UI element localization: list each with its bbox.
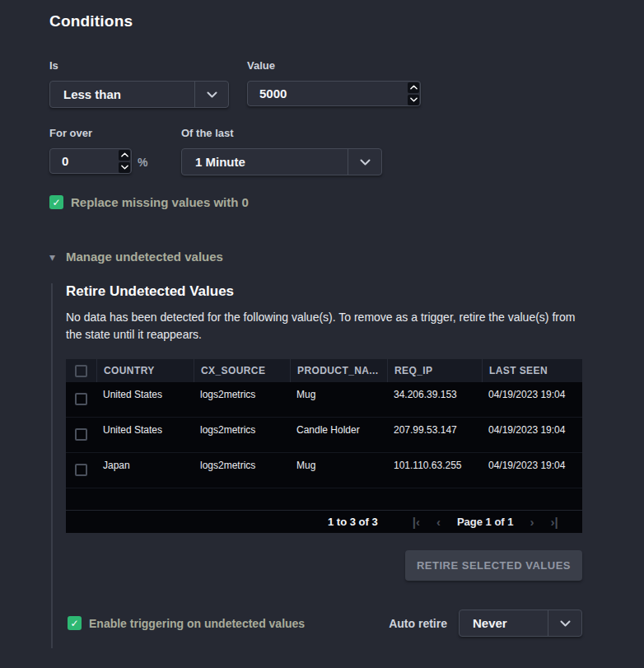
table-footer: 1 to 3 of 3 |‹ ‹ Page 1 of 1 › ›| — [66, 510, 582, 533]
condition-row-1: Is Less than Value — [49, 59, 644, 108]
increment-icon[interactable] — [119, 150, 130, 161]
prev-page-icon[interactable]: ‹ — [436, 516, 441, 528]
replace-missing-checkbox[interactable]: ✓ — [49, 195, 63, 209]
next-page-icon[interactable]: › — [530, 516, 534, 528]
value-label: Value — [247, 59, 421, 72]
row-checkbox-cell — [66, 382, 96, 405]
table-header: COUNTRY CX_SOURCE PRODUCT_NA... REQ_IP L… — [66, 359, 582, 382]
enable-trigger-row: ✓ Enable triggering on undetected values — [68, 616, 305, 630]
page-title: Conditions — [49, 12, 644, 30]
cell-req-ip: 34.206.39.153 — [387, 382, 482, 400]
cell-country: United States — [96, 382, 194, 400]
cell-product-name: Mug — [290, 453, 387, 471]
row-checkbox-cell — [66, 453, 96, 476]
increment-icon[interactable] — [408, 82, 419, 93]
bottom-options-row: ✓ Enable triggering on undetected values… — [66, 610, 582, 637]
cell-country: United States — [96, 418, 194, 436]
row-checkbox[interactable] — [75, 464, 87, 476]
condition-row-2: For over % Of the last 1 Minute — [49, 127, 644, 175]
of-the-last-field: Of the last 1 Minute — [181, 127, 382, 175]
replace-missing-label: Replace missing values with 0 — [71, 195, 249, 209]
column-header-req-ip[interactable]: REQ_IP — [387, 359, 482, 382]
auto-retire-dropdown[interactable]: Never — [459, 610, 582, 637]
manage-undetected-label: Manage undetected values — [66, 250, 223, 264]
cell-product-name: Candle Holder — [290, 418, 387, 436]
for-over-input[interactable] — [50, 149, 119, 173]
page-indicator: Page 1 of 1 — [457, 516, 514, 528]
auto-retire-dropdown-value: Never — [460, 616, 507, 630]
column-header-cx-source[interactable]: CX_SOURCE — [194, 359, 290, 382]
select-all-cell — [66, 365, 96, 377]
undetected-values-table: COUNTRY CX_SOURCE PRODUCT_NA... REQ_IP L… — [66, 359, 582, 533]
for-over-spinner — [119, 149, 131, 173]
cell-last-seen: 04/19/2023 19:04 — [482, 453, 582, 471]
chevron-down-icon — [548, 610, 581, 636]
retire-description: No data has been detected for the follow… — [66, 309, 582, 343]
value-spinbox — [247, 81, 421, 106]
cell-last-seen: 04/19/2023 19:04 — [482, 418, 582, 436]
of-the-last-dropdown[interactable]: 1 Minute — [181, 148, 382, 175]
row-range-text: 1 to 3 of 3 — [328, 516, 378, 528]
retire-selected-values-button[interactable]: RETIRE SELECTED VALUES — [405, 550, 582, 581]
first-page-icon[interactable]: |‹ — [413, 516, 420, 528]
is-dropdown[interactable]: Less than — [49, 81, 229, 108]
for-over-field: For over % — [49, 127, 152, 174]
row-checkbox[interactable] — [75, 428, 87, 441]
table-body: United States logs2metrics Mug 34.206.39… — [66, 382, 582, 510]
decrement-icon[interactable] — [119, 162, 130, 173]
of-the-last-dropdown-value: 1 Minute — [182, 155, 245, 169]
auto-retire-group: Auto retire Never — [389, 610, 582, 637]
value-input[interactable] — [248, 82, 408, 105]
auto-retire-label: Auto retire — [389, 617, 447, 630]
for-over-spinbox — [49, 148, 132, 174]
percent-label: % — [138, 156, 147, 169]
cell-cx-source: logs2metrics — [194, 453, 290, 471]
row-checkbox-cell — [66, 418, 96, 441]
manage-undetected-toggle[interactable]: ▾ Manage undetected values — [49, 250, 644, 264]
table-row[interactable]: Japan logs2metrics Mug 101.110.63.255 04… — [66, 453, 582, 488]
retire-undetected-section: Retire Undetected Values No data has bee… — [51, 283, 586, 648]
column-header-last-seen[interactable]: LAST SEEN — [482, 359, 582, 382]
cell-last-seen: 04/19/2023 19:04 — [482, 382, 582, 400]
cell-country: Japan — [96, 453, 194, 471]
select-all-checkbox[interactable] — [75, 365, 87, 377]
of-the-last-label: Of the last — [181, 127, 382, 139]
chevron-down-icon — [194, 82, 228, 107]
replace-missing-row: ✓ Replace missing values with 0 — [49, 195, 644, 209]
table-row[interactable]: United States logs2metrics Candle Holder… — [66, 418, 582, 453]
is-label: Is — [49, 59, 229, 72]
check-icon: ✓ — [52, 197, 60, 208]
check-icon: ✓ — [70, 618, 78, 629]
is-field: Is Less than — [49, 59, 229, 108]
cell-product-name: Mug — [290, 382, 387, 400]
enable-trigger-label: Enable triggering on undetected values — [89, 617, 305, 630]
retire-heading: Retire Undetected Values — [66, 283, 586, 300]
for-over-label: For over — [49, 127, 152, 139]
chevron-down-icon — [348, 149, 381, 175]
retire-button-row: RETIRE SELECTED VALUES — [66, 550, 582, 581]
last-page-icon[interactable]: ›| — [551, 516, 558, 528]
enable-trigger-checkbox[interactable]: ✓ — [68, 616, 82, 630]
cell-req-ip: 101.110.63.255 — [387, 453, 482, 471]
row-checkbox[interactable] — [75, 393, 87, 405]
value-spinner — [408, 82, 420, 105]
cell-cx-source: logs2metrics — [194, 418, 290, 436]
conditions-panel: Conditions Is Less than Value — [0, 0, 644, 648]
cell-cx-source: logs2metrics — [194, 382, 290, 400]
caret-down-icon: ▾ — [49, 250, 66, 264]
cell-req-ip: 207.99.53.147 — [387, 418, 482, 436]
value-field: Value — [247, 59, 421, 106]
decrement-icon[interactable] — [408, 95, 419, 105]
table-row[interactable]: United States logs2metrics Mug 34.206.39… — [66, 382, 582, 418]
column-header-product-name[interactable]: PRODUCT_NA... — [290, 359, 387, 382]
is-dropdown-value: Less than — [50, 87, 121, 101]
column-header-country[interactable]: COUNTRY — [96, 359, 194, 382]
